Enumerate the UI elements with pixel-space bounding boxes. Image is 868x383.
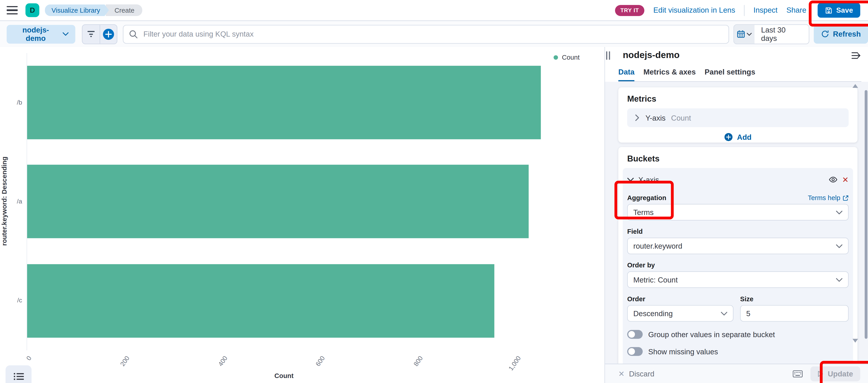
- plus-circle-icon: [102, 28, 115, 40]
- x-axis-tick-label: 600: [315, 355, 326, 367]
- show-missing-toggle[interactable]: [627, 347, 643, 356]
- bar-/a[interactable]: [27, 165, 529, 238]
- kibana-visualize-editor: D Visualize Library Create TRY IT Edit v…: [0, 0, 868, 383]
- aggregation-label: Aggregation: [627, 194, 666, 202]
- x-axis-tick-label: 800: [412, 355, 424, 367]
- scroll-down-arrow[interactable]: [852, 339, 858, 343]
- legend-color-dot: [554, 55, 558, 60]
- refresh-button[interactable]: Refresh: [813, 25, 868, 43]
- app-header: D Visualize Library Create TRY IT Edit v…: [0, 0, 868, 21]
- calendar-icon: [737, 30, 745, 38]
- size-input[interactable]: [740, 305, 849, 321]
- x-axis-title: Count: [229, 372, 339, 380]
- collapse-panel-icon[interactable]: [851, 51, 861, 60]
- menu-icon[interactable]: [6, 6, 18, 15]
- chevron-down-icon: [836, 210, 842, 214]
- chevron-down-icon: [721, 311, 727, 315]
- time-range-value[interactable]: Last 30 days: [754, 25, 808, 43]
- chevron-down-icon: [747, 32, 752, 36]
- save-icon: [825, 6, 832, 14]
- chart-options-button[interactable]: [5, 365, 31, 383]
- filter-button-group: [82, 24, 117, 44]
- play-icon: [818, 370, 823, 377]
- try-it-badge: TRY IT: [615, 5, 645, 16]
- chevron-down-icon: [836, 244, 842, 248]
- remove-bucket-icon[interactable]: ✕: [842, 176, 849, 183]
- x-axis-bucket: X-axis ✕ Aggregation Terms help Terms: [623, 168, 853, 363]
- panel-resize-handle[interactable]: [606, 51, 610, 60]
- field-label: Field: [627, 228, 848, 235]
- show-missing-toggle-label[interactable]: Show missing values: [648, 347, 718, 356]
- bar-chart: Count router.keyword: Descending /b/a/c0…: [0, 47, 605, 383]
- buckets-heading: Buckets: [627, 153, 853, 163]
- scroll-up-arrow[interactable]: [852, 84, 858, 88]
- list-icon: [13, 372, 24, 381]
- chevron-down-icon: [62, 32, 68, 36]
- panel-tabs: Data Metrics & axes Panel settings: [618, 68, 755, 82]
- field-select[interactable]: router.keyword: [627, 238, 848, 254]
- calendar-button[interactable]: [734, 25, 754, 43]
- search-input[interactable]: [142, 29, 723, 39]
- filter-icon[interactable]: [83, 25, 100, 43]
- kql-search-bar[interactable]: [123, 25, 730, 43]
- scrollbar[interactable]: [865, 90, 867, 339]
- search-icon: [129, 30, 138, 38]
- legend-label: Count: [562, 54, 580, 61]
- date-picker: Last 30 days: [734, 24, 809, 44]
- x-axis-tick-label: 1,000: [507, 355, 522, 372]
- metrics-heading: Metrics: [627, 94, 848, 103]
- space-avatar[interactable]: D: [26, 3, 39, 17]
- order-by-select[interactable]: Metric: Count: [627, 272, 848, 288]
- discard-button[interactable]: ✕ Discard: [618, 369, 654, 378]
- editor-side-panel: nodejs-demo Data Metrics & axes Panel se…: [605, 47, 868, 383]
- terms-help-link[interactable]: Terms help: [808, 194, 848, 202]
- panel-body: Metrics Y-axis Count Add Buckets X-ax: [605, 82, 868, 363]
- close-icon: ✕: [618, 369, 625, 378]
- bar-/b[interactable]: [27, 66, 541, 139]
- refresh-icon: [821, 30, 829, 38]
- update-button[interactable]: Update: [811, 366, 860, 381]
- tab-data[interactable]: Data: [618, 68, 634, 82]
- x-axis-tick-label: 200: [119, 355, 130, 367]
- add-filter-button[interactable]: [100, 25, 117, 43]
- panel-header: nodejs-demo Data Metrics & axes Panel se…: [605, 47, 868, 82]
- save-button[interactable]: Save: [817, 3, 860, 18]
- eye-icon[interactable]: [829, 175, 838, 184]
- metric-y-axis-row[interactable]: Y-axis Count: [627, 108, 848, 127]
- size-label: Size: [740, 295, 849, 303]
- share-link[interactable]: Share: [786, 6, 806, 14]
- chevron-down-icon[interactable]: [627, 177, 634, 182]
- query-toolbar: nodejs-demo Last 30 days Refresh: [0, 21, 868, 47]
- bucket-name: X-axis: [638, 175, 659, 184]
- bar-/c[interactable]: [27, 264, 494, 337]
- x-axis-tick-label: 0: [25, 355, 33, 361]
- tab-metrics-axes[interactable]: Metrics & axes: [644, 68, 696, 82]
- legend-item-count[interactable]: Count: [554, 54, 580, 61]
- buckets-section: Buckets X-axis ✕ Aggregation Terms help: [618, 147, 857, 363]
- external-link-icon: [842, 195, 848, 201]
- tab-panel-settings[interactable]: Panel settings: [705, 68, 755, 82]
- y-category-label: /c: [0, 297, 22, 304]
- group-other-toggle-label[interactable]: Group other values in separate bucket: [648, 330, 775, 339]
- x-axis-tick-label: 400: [217, 355, 228, 367]
- order-label: Order: [627, 295, 734, 303]
- group-other-toggle[interactable]: [627, 330, 643, 339]
- edit-in-lens-link[interactable]: Edit visualization in Lens: [653, 6, 735, 14]
- aggregation-select[interactable]: Terms: [627, 204, 848, 220]
- chevron-right-icon: [634, 114, 640, 121]
- add-metric-button[interactable]: Add: [627, 133, 848, 141]
- y-category-label: /b: [0, 99, 22, 105]
- order-select[interactable]: Descending: [627, 305, 734, 321]
- data-view-selector[interactable]: nodejs-demo: [6, 25, 75, 43]
- breadcrumb-create: Create: [105, 4, 142, 16]
- keyboard-icon[interactable]: [793, 370, 803, 377]
- header-divider: [744, 5, 745, 16]
- chevron-down-icon: [836, 278, 842, 282]
- metrics-section: Metrics Y-axis Count Add: [618, 88, 857, 143]
- panel-footer: ✕ Discard Update: [605, 363, 868, 383]
- plus-circle-icon: [724, 133, 733, 141]
- y-category-label: /a: [0, 198, 22, 204]
- breadcrumb-visualize-library[interactable]: Visualize Library: [45, 4, 109, 16]
- inspect-link[interactable]: Inspect: [753, 6, 778, 14]
- order-by-label: Order by: [627, 262, 848, 269]
